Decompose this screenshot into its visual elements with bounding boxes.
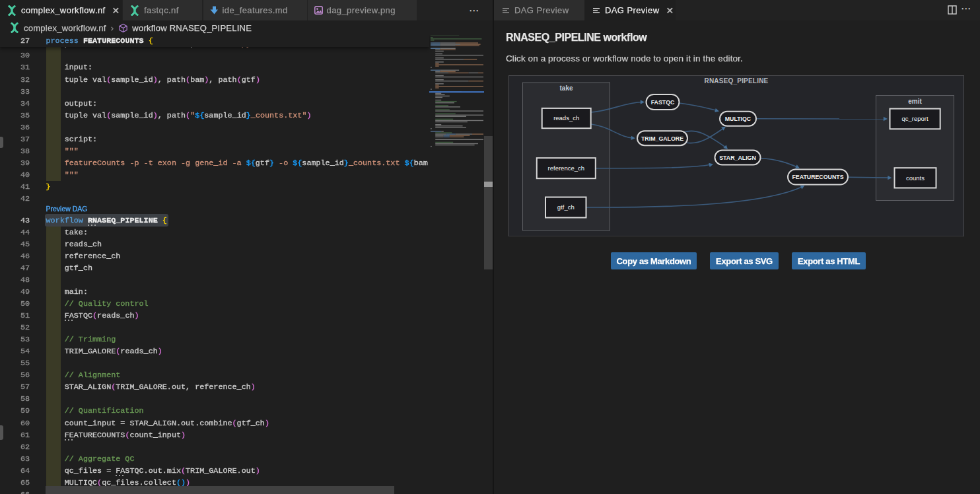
svg-text:TRIM_GALORE: TRIM_GALORE — [641, 135, 683, 141]
svg-text:MULTIQC: MULTIQC — [725, 116, 752, 122]
svg-text:FASTQC: FASTQC — [651, 98, 675, 105]
svg-text:RNASEQ_PIPELINE: RNASEQ_PIPELINE — [705, 77, 769, 84]
svg-text:counts: counts — [906, 174, 925, 181]
svg-text:FEATURECOUNTS: FEATURECOUNTS — [792, 174, 843, 180]
svg-text:STAR_ALIGN: STAR_ALIGN — [719, 154, 756, 160]
svg-text:take: take — [559, 85, 573, 92]
svg-text:emit: emit — [908, 97, 922, 104]
svg-text:reads_ch: reads_ch — [553, 114, 579, 122]
svg-text:reference_ch: reference_ch — [548, 164, 584, 172]
svg-text:gtf_ch: gtf_ch — [557, 203, 575, 211]
svg-text:qc_report: qc_report — [902, 115, 928, 122]
